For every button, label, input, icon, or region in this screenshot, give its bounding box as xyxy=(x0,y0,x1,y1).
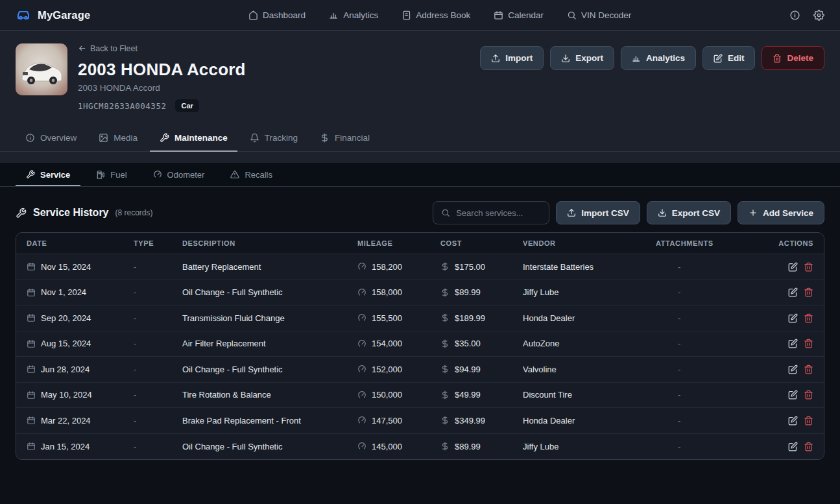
dollar-icon xyxy=(440,288,450,297)
gauge-icon xyxy=(357,313,366,322)
tab-financial[interactable]: Financial xyxy=(310,126,379,151)
column-header-description: Description xyxy=(182,239,357,247)
delete-service-button[interactable] xyxy=(804,442,813,451)
edit-service-button[interactable] xyxy=(788,442,798,451)
home-icon xyxy=(248,10,258,20)
column-header-cost: Cost xyxy=(440,239,523,247)
subtab-fuel[interactable]: Fuel xyxy=(86,163,137,186)
table-row: Aug 15, 2024 - Air Filter Replacement 15… xyxy=(16,331,824,357)
vehicle-actions: Import Export Analytics Edit xyxy=(480,46,824,70)
service-mileage: 145,000 xyxy=(372,442,402,451)
tab-overview[interactable]: Overview xyxy=(16,126,86,151)
tab-media[interactable]: Media xyxy=(89,126,147,151)
service-cost: $49.99 xyxy=(455,390,481,400)
subtab-odometer[interactable]: Odometer xyxy=(143,163,215,186)
tab-tracking[interactable]: Tracking xyxy=(240,126,307,151)
import-csv-label: Import CSV xyxy=(581,208,629,218)
edit-service-button[interactable] xyxy=(788,287,798,297)
service-mileage: 147,500 xyxy=(372,416,402,426)
nav-item-calendar[interactable]: Calendar xyxy=(494,10,544,20)
edit-service-button[interactable] xyxy=(788,339,798,348)
export-csv-label: Export CSV xyxy=(672,208,720,218)
calendar-icon xyxy=(27,313,36,322)
records-count: (8 records) xyxy=(115,208,153,217)
service-mileage: 150,000 xyxy=(372,390,402,400)
nav-item-vin-decoder[interactable]: VIN Decoder xyxy=(567,10,631,20)
info-icon[interactable] xyxy=(789,10,800,21)
column-header-mileage: Mileage xyxy=(357,239,440,247)
service-description: Oil Change - Full Synthetic xyxy=(182,287,283,297)
delete-service-button[interactable] xyxy=(804,390,813,400)
back-to-fleet-link[interactable]: Back to Fleet xyxy=(78,44,138,53)
service-date: Mar 22, 2024 xyxy=(41,416,91,426)
arrow-left-icon xyxy=(78,44,86,53)
search-icon xyxy=(441,208,450,217)
service-vendor: Discount Tire xyxy=(523,390,572,400)
app-logo[interactable]: MyGarage xyxy=(16,7,90,23)
tab-maintenance[interactable]: Maintenance xyxy=(150,126,237,151)
delete-service-button[interactable] xyxy=(804,262,813,272)
edit-button[interactable]: Edit xyxy=(702,46,756,70)
nav-item-analytics[interactable]: Analytics xyxy=(329,10,378,20)
calendar-icon xyxy=(27,416,36,425)
edit-service-button[interactable] xyxy=(788,390,798,400)
trash-icon xyxy=(773,54,782,63)
service-type: - xyxy=(134,287,136,297)
column-header-vendor: Vendor xyxy=(523,239,656,247)
search-icon xyxy=(567,10,577,20)
search-services-input[interactable] xyxy=(456,208,541,218)
import-button[interactable]: Import xyxy=(480,46,544,70)
tab-label: Maintenance xyxy=(174,133,228,143)
subtab-service[interactable]: Service xyxy=(16,163,80,186)
gauge-icon xyxy=(357,339,366,348)
vehicle-header: Back to Fleet 2003 HONDA Accord 2003 HON… xyxy=(0,30,840,163)
plus-icon xyxy=(749,208,758,217)
delete-service-button[interactable] xyxy=(804,313,813,323)
export-button[interactable]: Export xyxy=(550,46,614,70)
table-header-row: Date Type Description Mileage Cost Vendo… xyxy=(16,233,824,254)
service-description: Transmission Fluid Change xyxy=(182,313,285,323)
delete-service-button[interactable] xyxy=(804,416,813,426)
vehicle-vin: 1HGCM82633A004352 xyxy=(78,101,166,111)
service-cost: $349.99 xyxy=(455,416,485,426)
delete-button[interactable]: Delete xyxy=(762,46,824,70)
calendar-icon xyxy=(27,262,36,271)
edit-service-button[interactable] xyxy=(788,365,798,374)
service-attachments: - xyxy=(656,262,680,272)
delete-service-button[interactable] xyxy=(804,339,813,348)
service-mileage: 154,000 xyxy=(372,339,402,348)
calendar-icon xyxy=(27,390,36,400)
warning-triangle-icon xyxy=(230,170,239,179)
gear-icon[interactable] xyxy=(813,10,824,21)
header-spacer xyxy=(16,152,824,163)
export-csv-button[interactable]: Export CSV xyxy=(647,201,731,224)
service-vendor: Jiffy Lube xyxy=(523,287,558,297)
add-service-button[interactable]: Add Service xyxy=(738,201,824,224)
edit-service-button[interactable] xyxy=(788,313,798,323)
service-vendor: Honda Dealer xyxy=(523,313,575,323)
subtab-label: Service xyxy=(40,170,70,180)
nav-item-address-book[interactable]: Address Book xyxy=(402,10,470,20)
vehicle-subtitle: 2003 HONDA Accord xyxy=(78,83,470,93)
service-attachments: - xyxy=(656,390,680,400)
service-history-table: Date Type Description Mileage Cost Vendo… xyxy=(16,232,824,460)
bar-chart-icon xyxy=(632,54,641,63)
service-type: - xyxy=(134,262,136,272)
delete-service-button[interactable] xyxy=(804,365,813,374)
service-type: - xyxy=(134,416,136,426)
edit-service-button[interactable] xyxy=(788,262,798,272)
delete-service-button[interactable] xyxy=(804,287,813,297)
service-date: Jan 15, 2024 xyxy=(41,442,90,451)
calendar-icon xyxy=(27,442,36,451)
dollar-icon xyxy=(440,442,450,451)
dollar-icon xyxy=(440,390,450,400)
analytics-button[interactable]: Analytics xyxy=(621,46,696,70)
subtab-recalls[interactable]: Recalls xyxy=(220,163,283,186)
service-cost: $89.99 xyxy=(455,287,481,297)
gauge-icon xyxy=(357,262,366,271)
edit-label: Edit xyxy=(728,53,745,63)
edit-service-button[interactable] xyxy=(788,416,798,426)
import-csv-button[interactable]: Import CSV xyxy=(556,201,640,224)
nav-item-dashboard[interactable]: Dashboard xyxy=(248,10,306,20)
fuel-pump-icon xyxy=(96,170,105,179)
